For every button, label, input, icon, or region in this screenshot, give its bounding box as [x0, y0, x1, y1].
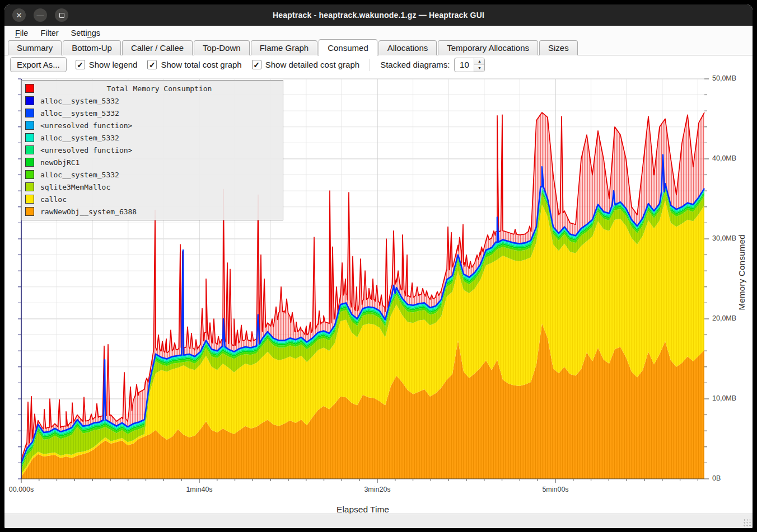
- titlebar[interactable]: ✕ — Heaptrack - heaptrack.wakunode.1.gz …: [4, 4, 753, 26]
- tab-consumed[interactable]: Consumed: [319, 39, 377, 56]
- maximize-icon[interactable]: [55, 8, 68, 22]
- legend-label: alloc__system_5332: [40, 97, 119, 105]
- checkbox-box[interactable]: ✓: [147, 60, 157, 69]
- checkbox-box[interactable]: ✓: [252, 60, 261, 69]
- tab-allocations[interactable]: Allocations: [378, 40, 437, 55]
- export-as-button[interactable]: Export As...: [10, 57, 67, 72]
- y-axis-title: Memory Consumed: [737, 234, 746, 310]
- tabbar: SummaryBottom-UpCaller / CalleeTop-DownF…: [4, 40, 753, 55]
- legend-item: <unresolved function>: [22, 119, 283, 131]
- y-tick-label: 40,0MB: [712, 154, 736, 162]
- tab-summary[interactable]: Summary: [8, 40, 62, 55]
- legend-label: <unresolved function>: [40, 121, 132, 130]
- y-tick-label: 0B: [712, 474, 721, 482]
- tab-sizes[interactable]: Sizes: [539, 40, 578, 55]
- legend-label: Total Memory Consumption: [40, 84, 278, 93]
- legend-item: sqlite3MemMalloc: [22, 181, 283, 193]
- checkbox-show-detailed-cost-graph[interactable]: ✓Show detailed cost graph: [252, 60, 359, 69]
- legend-swatch-icon: [25, 109, 34, 117]
- stacked-diagrams-spinbox[interactable]: 10 ▲ ▼: [454, 58, 485, 72]
- legend-label: alloc__system_5332: [40, 109, 119, 117]
- menu-file[interactable]: File: [10, 27, 33, 39]
- checkbox-label: Show total cost graph: [161, 60, 241, 69]
- statusbar: [4, 514, 753, 528]
- tab-top-down[interactable]: Top-Down: [194, 40, 250, 55]
- x-tick-label: 00.000s: [9, 486, 34, 493]
- legend-swatch-icon: [25, 133, 34, 142]
- legend-label: rawNewObj__system_6388: [40, 208, 137, 216]
- legend-item: <unresolved function>: [22, 144, 283, 156]
- tab-temporary-allocations[interactable]: Temporary Allocations: [438, 40, 538, 55]
- toolbar: Export As... ✓Show legend✓Show total cos…: [4, 55, 753, 74]
- legend-swatch-icon: [25, 145, 34, 154]
- minimize-icon[interactable]: —: [34, 8, 47, 22]
- legend-item: alloc__system_5332: [22, 131, 283, 144]
- checkbox-label: Show detailed cost graph: [265, 60, 359, 69]
- y-tick-label: 20,0MB: [712, 314, 736, 322]
- checkbox-show-legend[interactable]: ✓Show legend: [76, 60, 138, 69]
- y-tick-label: 30,0MB: [712, 234, 736, 242]
- legend-label: <unresolved function>: [40, 146, 132, 154]
- legend-label: newObjRC1: [40, 158, 80, 167]
- tab-flame-graph[interactable]: Flame Graph: [251, 40, 318, 55]
- legend-swatch-icon: [25, 121, 34, 130]
- legend-item: alloc__system_5332: [22, 95, 283, 107]
- menubar: FileFilterSettings: [4, 26, 753, 40]
- checkbox-label: Show legend: [89, 60, 138, 69]
- x-tick-label: 3min20s: [364, 486, 390, 493]
- legend-item: Total Memory Consumption: [22, 82, 283, 95]
- legend-item: rawNewObj__system_6388: [22, 205, 283, 218]
- y-tick-label: 10,0MB: [712, 394, 736, 402]
- toolbar-separator: [370, 59, 370, 71]
- menu-filter[interactable]: Filter: [35, 27, 63, 39]
- x-tick-label: 1min40s: [186, 486, 212, 493]
- checkbox-show-total-cost-graph[interactable]: ✓Show total cost graph: [147, 60, 241, 69]
- spin-down-icon[interactable]: ▼: [474, 65, 484, 72]
- chart-legend: Total Memory Consumptionalloc__system_53…: [21, 80, 283, 220]
- legend-swatch-icon: [25, 170, 34, 179]
- chart-area[interactable]: Total Memory Consumptionalloc__system_53…: [4, 74, 753, 514]
- window-title: Heaptrack - heaptrack.wakunode.1.gz — He…: [4, 11, 753, 20]
- legend-item: alloc__system_5332: [22, 168, 283, 181]
- legend-label: alloc__system_5332: [40, 134, 119, 142]
- stacked-diagrams-label: Stacked diagrams:: [380, 60, 450, 69]
- legend-label: calloc: [40, 195, 67, 204]
- tab-caller-callee[interactable]: Caller / Callee: [122, 40, 193, 55]
- legend-swatch-icon: [25, 96, 34, 105]
- app-window: ✕ — Heaptrack - heaptrack.wakunode.1.gz …: [4, 4, 753, 528]
- legend-swatch-icon: [25, 158, 34, 167]
- spinbox-value[interactable]: 10: [455, 58, 474, 72]
- x-tick-label: 5min00s: [542, 486, 568, 493]
- legend-item: calloc: [22, 193, 283, 205]
- legend-swatch-icon: [25, 195, 34, 204]
- legend-label: alloc__system_5332: [40, 171, 119, 179]
- legend-swatch-icon: [25, 207, 34, 216]
- checkbox-box[interactable]: ✓: [76, 60, 85, 69]
- spin-up-icon[interactable]: ▲: [474, 58, 484, 65]
- legend-label: sqlite3MemMalloc: [40, 183, 110, 191]
- legend-swatch-icon: [25, 182, 34, 191]
- menu-settings[interactable]: Settings: [66, 27, 105, 39]
- y-tick-label: 50,0MB: [712, 74, 736, 82]
- close-icon[interactable]: ✕: [12, 8, 26, 22]
- legend-swatch-icon: [25, 84, 34, 93]
- resize-grip-icon[interactable]: [743, 519, 751, 526]
- legend-item: newObjRC1: [22, 156, 283, 168]
- legend-item: alloc__system_5332: [22, 107, 283, 119]
- tab-bottom-up[interactable]: Bottom-Up: [63, 40, 121, 55]
